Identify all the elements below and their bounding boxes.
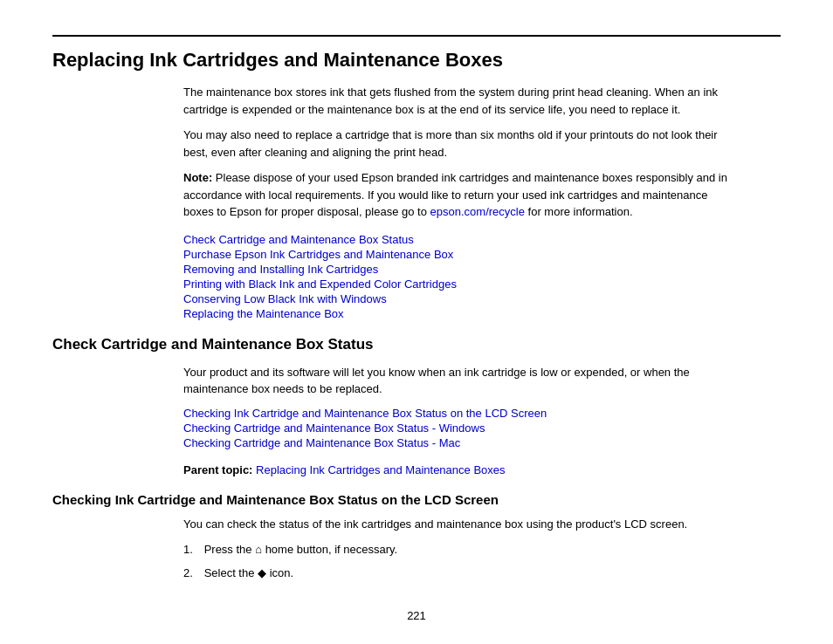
parent-topic-label: Parent topic: bbox=[183, 463, 252, 476]
check-paragraph: Your product and its software will let y… bbox=[183, 364, 728, 398]
link-check-cartridge[interactable]: Check Cartridge and Maintenance Box Stat… bbox=[183, 233, 728, 246]
step-2-text: Select the bbox=[204, 566, 255, 579]
content-area: Replacing Ink Cartridges and Maintenance… bbox=[0, 49, 833, 583]
step-2-text-after: icon. bbox=[270, 566, 293, 579]
page-container: Replacing Ink Cartridges and Maintenance… bbox=[0, 35, 833, 644]
link-conserving-black[interactable]: Conserving Low Black Ink with Windows bbox=[183, 292, 728, 305]
note-paragraph: Note: Please dispose of your used Epson … bbox=[183, 169, 728, 221]
steps-list: 1. Press the ⌂ home button, if necessary… bbox=[183, 541, 728, 583]
step-1-number: 1. bbox=[183, 541, 201, 559]
main-title: Replacing Ink Cartridges and Maintenance… bbox=[52, 49, 781, 72]
link-replacing-maintenance[interactable]: Replacing the Maintenance Box bbox=[183, 307, 728, 320]
link-checking-mac[interactable]: Checking Cartridge and Maintenance Box S… bbox=[183, 436, 728, 449]
main-paragraph-1: The maintenance box stores ink that gets… bbox=[183, 84, 728, 118]
page-number: 221 bbox=[0, 609, 833, 640]
link-checking-windows[interactable]: Checking Cartridge and Maintenance Box S… bbox=[183, 421, 728, 435]
lcd-section-title: Checking Ink Cartridge and Maintenance B… bbox=[52, 492, 781, 507]
link-printing-black[interactable]: Printing with Black Ink and Expended Col… bbox=[183, 277, 728, 291]
top-rule bbox=[52, 35, 781, 37]
link-purchase-epson[interactable]: Purchase Epson Ink Cartridges and Mainte… bbox=[183, 248, 728, 261]
link-checking-lcd[interactable]: Checking Ink Cartridge and Maintenance B… bbox=[183, 407, 728, 420]
check-link-list: Checking Ink Cartridge and Maintenance B… bbox=[183, 407, 728, 449]
check-indented-section: Your product and its software will let y… bbox=[183, 364, 728, 476]
note-label: Note: bbox=[183, 171, 212, 184]
link-removing-installing[interactable]: Removing and Installing Ink Cartridges bbox=[183, 263, 728, 276]
main-indented-section: The maintenance box stores ink that gets… bbox=[183, 84, 728, 320]
lcd-paragraph: You can check the status of the ink cart… bbox=[183, 516, 728, 533]
step-2: 2. Select the ◆ icon. bbox=[183, 565, 728, 583]
ink-drop-icon: ◆ bbox=[258, 566, 270, 579]
main-paragraph-2: You may also need to replace a cartridge… bbox=[183, 127, 728, 161]
check-section-title: Check Cartridge and Maintenance Box Stat… bbox=[52, 336, 781, 353]
parent-topic-line: Parent topic: Replacing Ink Cartridges a… bbox=[183, 463, 728, 476]
step-1-text-after: home button, if necessary. bbox=[265, 543, 398, 556]
parent-topic-link[interactable]: Replacing Ink Cartridges and Maintenance… bbox=[256, 463, 505, 476]
note-suffix-text: for more information. bbox=[525, 205, 633, 218]
epson-recycle-link[interactable]: epson.com/recycle bbox=[430, 205, 525, 218]
lcd-indented-section: You can check the status of the ink cart… bbox=[183, 516, 728, 583]
home-icon: ⌂ bbox=[255, 543, 265, 556]
step-2-number: 2. bbox=[183, 565, 201, 583]
main-link-list: Check Cartridge and Maintenance Box Stat… bbox=[183, 233, 728, 320]
step-1-text: Press the bbox=[204, 543, 252, 556]
step-1: 1. Press the ⌂ home button, if necessary… bbox=[183, 541, 728, 559]
